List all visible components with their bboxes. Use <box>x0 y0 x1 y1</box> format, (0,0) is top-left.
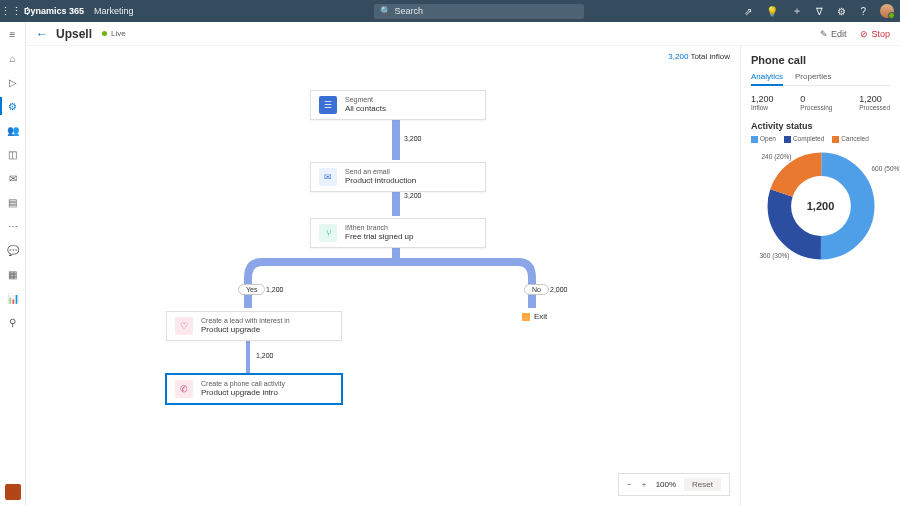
page-actions: ✎Edit ⊘Stop <box>820 29 890 39</box>
settings-icon[interactable]: ⚙ <box>837 6 846 17</box>
exit-node: Exit <box>522 312 547 321</box>
nav-chat-icon[interactable]: 💬 <box>5 242 21 258</box>
chart-legend: Open Completed Canceled <box>751 135 890 143</box>
search-icon: 🔍 <box>380 6 391 16</box>
nav-home-icon[interactable]: ⌂ <box>5 50 21 66</box>
nav-contacts-icon[interactable]: 👥 <box>5 122 21 138</box>
donut-label-open: 600 (50%) <box>872 165 901 172</box>
node-branch[interactable]: ⑂ If/then branchFree trial signed up <box>310 218 486 248</box>
edge-count: 3,200 <box>404 135 422 142</box>
donut-center-value: 1,200 <box>807 200 835 212</box>
nav-forms-icon[interactable]: ▤ <box>5 194 21 210</box>
search-input[interactable]: 🔍 Search <box>374 4 584 19</box>
waffle-icon[interactable]: ⋮⋮⋮ <box>0 5 22 18</box>
node-email[interactable]: ✉ Send an emailProduct introduction <box>310 162 486 192</box>
nav-emails-icon[interactable]: ✉ <box>5 170 21 186</box>
tab-analytics[interactable]: Analytics <box>751 72 783 86</box>
share-icon[interactable]: ⇗ <box>744 6 752 17</box>
legend-swatch-open <box>751 136 758 143</box>
legend-swatch-canceled <box>832 136 839 143</box>
search-placeholder: Search <box>395 6 424 16</box>
product-name: Dynamics 365 <box>22 6 84 16</box>
lead-icon: ♡ <box>175 317 193 335</box>
zoom-in-button[interactable]: ＋ <box>640 479 648 490</box>
zoom-toolbar: − ＋ 100% Reset <box>618 473 730 496</box>
lightbulb-icon[interactable]: 💡 <box>766 6 778 17</box>
segment-icon: ☰ <box>319 96 337 114</box>
donut-chart: 1,200 240 (20%) 600 (50%) 360 (30%) <box>766 151 876 261</box>
edge-count: 1,200 <box>256 352 274 359</box>
page-title: Upsell <box>56 27 92 41</box>
nav-journeys-icon[interactable]: ⚙ <box>5 98 21 114</box>
filter-icon[interactable]: ∇ <box>816 6 823 17</box>
tab-properties[interactable]: Properties <box>795 72 831 85</box>
edge-count: 2,000 <box>550 286 568 293</box>
branch-no-badge: No <box>524 284 549 295</box>
donut-label-completed: 360 (30%) <box>760 252 790 259</box>
global-topbar: ⋮⋮⋮ Dynamics 365 Marketing 🔍 Search ⇗ 💡 … <box>0 0 900 22</box>
branch-yes-badge: Yes <box>238 284 265 295</box>
branch-icon: ⑂ <box>319 224 337 242</box>
stop-icon: ⊘ <box>860 29 868 39</box>
topbar-actions: ⇗ 💡 ＋ ∇ ⚙ ? <box>744 4 900 18</box>
node-phone-call[interactable]: ✆ Create a phone call activityProduct up… <box>166 374 342 404</box>
edge-count: 1,200 <box>266 286 284 293</box>
nav-calendar-icon[interactable]: ▦ <box>5 266 21 282</box>
nav-more-icon[interactable]: ⋯ <box>5 218 21 234</box>
inflow-metrics: 1,200Inflow 0Processing 1,200Processed <box>751 94 890 111</box>
panel-tabs: Analytics Properties <box>751 72 890 86</box>
area-name: Marketing <box>84 6 134 16</box>
node-lead[interactable]: ♡ Create a lead with interest inProduct … <box>166 311 342 341</box>
edit-button[interactable]: ✎Edit <box>820 29 847 39</box>
email-icon: ✉ <box>319 168 337 186</box>
zoom-percent: 100% <box>656 480 676 489</box>
zoom-out-button[interactable]: − <box>627 480 632 489</box>
nav-bottom-badge[interactable] <box>5 484 21 500</box>
donut-label-canceled: 240 (20%) <box>762 153 792 160</box>
journey-canvas[interactable]: 3,200 Total inflow ☰ SegmentAll contacts… <box>26 46 740 506</box>
legend-swatch-completed <box>784 136 791 143</box>
exit-icon <box>522 313 530 321</box>
back-arrow-icon[interactable]: ← <box>36 27 48 41</box>
nav-reports-icon[interactable]: 📊 <box>5 290 21 306</box>
metric-processed: 1,200Processed <box>859 94 890 111</box>
panel-title: Phone call <box>751 54 890 66</box>
edge-count: 3,200 <box>404 192 422 199</box>
zoom-reset-button[interactable]: Reset <box>684 478 721 491</box>
nav-segments-icon[interactable]: ◫ <box>5 146 21 162</box>
stop-button[interactable]: ⊘Stop <box>860 29 890 39</box>
nav-play-icon[interactable]: ▷ <box>5 74 21 90</box>
node-segment[interactable]: ☰ SegmentAll contacts <box>310 90 486 120</box>
phone-icon: ✆ <box>175 380 193 398</box>
status-badge: Live <box>102 29 126 38</box>
help-icon[interactable]: ? <box>860 6 866 17</box>
metric-inflow: 1,200Inflow <box>751 94 774 111</box>
properties-panel: Phone call Analytics Properties 1,200Inf… <box>740 46 900 506</box>
nav-hamburger-icon[interactable]: ≡ <box>5 26 21 42</box>
plus-icon[interactable]: ＋ <box>792 4 802 18</box>
metric-processing: 0Processing <box>800 94 832 111</box>
pencil-icon: ✎ <box>820 29 828 39</box>
nav-settings-icon[interactable]: ⚲ <box>5 314 21 330</box>
left-nav-rail: ≡ ⌂ ▷ ⚙ 👥 ◫ ✉ ▤ ⋯ 💬 ▦ 📊 ⚲ <box>0 22 26 506</box>
activity-status-title: Activity status <box>751 121 890 131</box>
avatar[interactable] <box>880 4 894 18</box>
page-header: ← Upsell Live ✎Edit ⊘Stop <box>26 22 900 46</box>
